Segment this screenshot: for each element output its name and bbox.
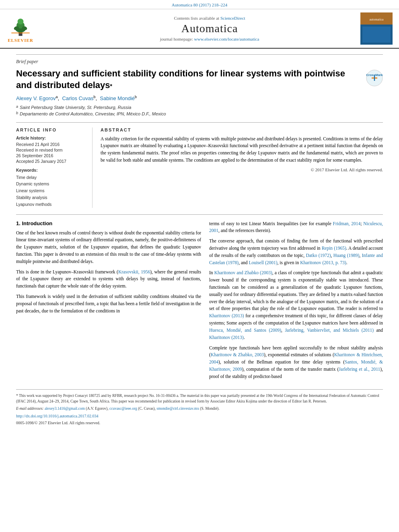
abstract-heading: ABSTRACT bbox=[101, 127, 383, 132]
received-date: Received 21 April 2016 bbox=[16, 142, 86, 147]
svg-point-3 bbox=[18, 18, 24, 25]
author-cuvas[interactable]: Carlos Cuvas bbox=[62, 96, 93, 102]
journal-title: Automatica bbox=[181, 22, 238, 35]
ref-repin[interactable]: Repin (1965) bbox=[322, 246, 346, 251]
doi-link[interactable]: http://dx.doi.org/10.1016/j.automatica.2… bbox=[16, 414, 99, 418]
svg-rect-10 bbox=[362, 27, 391, 43]
journal-top-bar: Automatica 80 (2017) 218–224 bbox=[0, 0, 399, 9]
ref-jarlebring2[interactable]: Jarlebring et al., 2011 bbox=[339, 367, 380, 372]
keyword-5: Lyapunov methods bbox=[16, 201, 86, 208]
right-para-1: terms of easy to test Linear Matrix Ineq… bbox=[209, 220, 383, 235]
ref-jarlebring[interactable]: Jarlebring, Vanbiervliet, and Michiels (… bbox=[285, 328, 374, 333]
footnote-text: * This work was supported by Project Con… bbox=[16, 393, 383, 405]
article-history-label: Article history: bbox=[16, 136, 86, 140]
article-info-heading: ARTICLE INFO bbox=[16, 127, 86, 132]
keyword-1: Time delay bbox=[16, 174, 86, 181]
article-title: Necessary and sufficient stability condi… bbox=[16, 68, 366, 91]
brief-paper-label: Brief paper bbox=[16, 54, 383, 65]
science-direct-line: Contents lists available at ScienceDirec… bbox=[174, 16, 245, 21]
body-right-col: terms of easy to test Linear Matrix Ineq… bbox=[209, 220, 383, 384]
email-cuvas[interactable]: ccuvasc@ieee.org bbox=[109, 407, 137, 411]
svg-rect-6 bbox=[11, 33, 30, 33]
ref-kz2003[interactable]: Kharitonov & Zhabko, 2003 bbox=[211, 352, 264, 357]
keyword-2: Dynamic systems bbox=[16, 181, 86, 187]
ref-kharitonov-2013[interactable]: Kharitonov (2013, p. 73) bbox=[300, 260, 346, 265]
elsevier-logo: ELSEVIER bbox=[6, 15, 35, 43]
email-egorov[interactable]: alexey3.1416@gmail.com bbox=[45, 407, 85, 411]
elsevier-tree-icon bbox=[6, 15, 35, 37]
affil-a: a Saint Petersburg State University, St.… bbox=[16, 104, 383, 111]
keyword-4: Stability analysis bbox=[16, 194, 86, 201]
intro-para-1: One of the best known results of control… bbox=[16, 230, 201, 265]
copyright-line: © 2017 Elsevier Ltd. All rights reserved… bbox=[101, 167, 383, 172]
email-line: E-mail addresses: alexey3.1416@gmail.com… bbox=[16, 406, 383, 411]
keywords-label: Keywords: bbox=[16, 168, 86, 173]
crossmark-badge: CrossMark bbox=[366, 68, 383, 88]
ref-krasovskii[interactable]: Krasovskii, 1956 bbox=[118, 269, 150, 274]
right-para-2: The converse approach, that consists of … bbox=[209, 238, 383, 266]
intro-section-title: 1. Introduction bbox=[16, 220, 201, 226]
affil-b: b Departamento de Control Automático, Ci… bbox=[16, 111, 383, 117]
journal-header: ELSEVIER Contents lists available at Sci… bbox=[0, 9, 399, 49]
article-footer: * This work was supported by Project Con… bbox=[16, 389, 383, 425]
ref-datko[interactable]: Datko (1972) bbox=[306, 253, 331, 258]
intro-para-3: This framework is widely used in the der… bbox=[16, 293, 201, 314]
ref-louisell[interactable]: Louisell (2001) bbox=[249, 260, 277, 265]
ref-huesca[interactable]: Huesca, Mondié, and Santos (2009) bbox=[209, 328, 281, 333]
body-left-col: 1. Introduction One of the best known re… bbox=[16, 220, 201, 384]
revised-date: 26 September 2016 bbox=[16, 153, 86, 158]
intro-para-2: This is done in the Lyapunov–Krasovskii … bbox=[16, 269, 201, 290]
article-info-abstract: ARTICLE INFO Article history: Received 2… bbox=[16, 122, 383, 208]
abstract-text: A stability criterion for the exponentia… bbox=[101, 136, 383, 164]
science-direct-link[interactable]: ScienceDirect bbox=[220, 16, 245, 21]
article-info-col: ARTICLE INFO Article history: Received 2… bbox=[16, 127, 93, 208]
journal-center: Contents lists available at ScienceDirec… bbox=[63, 12, 356, 45]
affiliations: a Saint Petersburg State University, St.… bbox=[16, 104, 383, 117]
revised-label: Received in revised form bbox=[16, 148, 86, 152]
svg-text:automatica: automatica bbox=[369, 18, 384, 21]
article-authors: Alexey V. Egorova, Carlos Cuvasb, Sabine… bbox=[16, 95, 383, 101]
ref-fridman[interactable]: Fridman, 2014 bbox=[333, 221, 361, 226]
ref-kharitonov-2013c[interactable]: Kharitonov (2013) bbox=[209, 335, 244, 340]
ref-kharitonov-zhabko[interactable]: Kharitonov and Zhabko (2003) bbox=[214, 270, 272, 275]
elsevier-logo-area: ELSEVIER bbox=[6, 12, 59, 45]
ref-huang[interactable]: Huang (1989) bbox=[333, 253, 360, 258]
body-columns: 1. Introduction One of the best known re… bbox=[16, 214, 383, 384]
right-para-3: In Kharitonov and Zhabko (2003), a class… bbox=[209, 269, 383, 341]
keyword-3: Linear systems bbox=[16, 187, 86, 194]
accepted-date: Accepted 25 January 2017 bbox=[16, 159, 86, 164]
journal-citation: Automatica 80 (2017) 218–224 bbox=[172, 2, 227, 7]
journal-homepage-link[interactable]: www.elsevier.com/locate/automatica bbox=[194, 37, 259, 41]
author-mondie[interactable]: Sabine Mondié bbox=[100, 96, 135, 102]
issn-line: 0005-1098/© 2017 Elsevier Ltd. All right… bbox=[16, 421, 383, 425]
journal-thumbnail: automatica bbox=[360, 12, 393, 45]
article-title-block: Necessary and sufficient stability condi… bbox=[16, 68, 383, 91]
right-para-4: Complete type functionals have been appl… bbox=[209, 345, 383, 380]
author-egorov[interactable]: Alexey V. Egorov bbox=[16, 96, 56, 102]
abstract-col: ABSTRACT A stability criterion for the e… bbox=[101, 127, 383, 208]
doi-line: http://dx.doi.org/10.1016/j.automatica.2… bbox=[16, 414, 383, 418]
elsevier-text: ELSEVIER bbox=[8, 38, 33, 43]
journal-homepage-line: journal homepage: www.elsevier.com/locat… bbox=[160, 37, 259, 41]
article-area: Brief paper Necessary and sufficient sta… bbox=[0, 49, 399, 433]
ref-kharitonov-2013b[interactable]: Kharitonov (2013) bbox=[209, 313, 244, 318]
email-mondie[interactable]: smondie@ctrl.cinvestav.mx bbox=[156, 407, 199, 411]
